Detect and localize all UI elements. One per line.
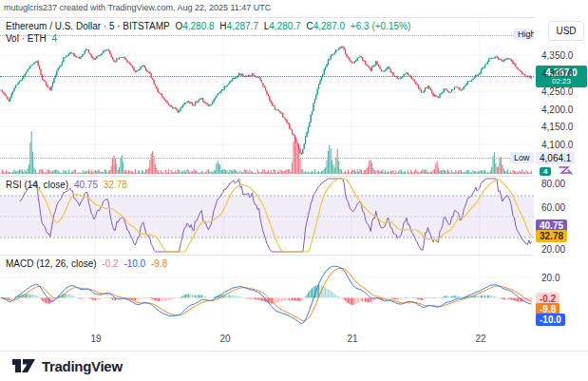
ohlc-close-value: 4,287.0 <box>313 21 345 31</box>
change-value: +6.3 (+0.15%) <box>351 21 410 31</box>
time-axis-label: 20 <box>219 333 230 344</box>
macd-signal-value: -9.8 <box>151 258 167 269</box>
volume-value: 4 <box>52 33 58 44</box>
tradingview-logo[interactable]: TradingView <box>11 355 123 376</box>
current-price-line <box>0 76 534 77</box>
scale-tick: 20.0 <box>541 273 560 283</box>
rsi-legend-row[interactable]: RSI (14, close) 40.75 32.78 <box>6 180 130 190</box>
scale-tick: 60.00 <box>541 202 565 213</box>
low-value-label: 4,064.1 <box>536 152 575 164</box>
scale-tick: 4,250.0 <box>541 86 573 97</box>
rsi-ma-scale-badge: 32.78 <box>536 230 567 242</box>
scale-tick: 20.00 <box>541 244 565 255</box>
high-price-line <box>0 35 514 36</box>
macd-line-scale-badge: -10.0 <box>536 314 565 326</box>
pane-separator-macd[interactable] <box>0 255 588 256</box>
pane-separator-rsi[interactable] <box>0 176 588 177</box>
ohlc-high-label: H <box>219 21 226 31</box>
time-axis-bottom-border <box>0 351 588 352</box>
currency-button[interactable]: USD <box>548 21 584 41</box>
macd-legend-title: MACD (12, 26, close) <box>6 258 97 269</box>
ohlc-open-value: 4,280.8 <box>182 21 214 31</box>
scale-tick: 4,150.0 <box>541 122 573 132</box>
time-axis-label: 21 <box>347 333 357 344</box>
macd-legend-row[interactable]: MACD (12, 26, close) -0.2 -10.0 -9.8 <box>6 258 170 269</box>
time-axis-label: 19 <box>90 333 101 344</box>
tradingview-logo-icon <box>11 358 36 373</box>
symbol-title: Ethereum / U.S. Dollar · 5 · BITSTAMP <box>6 21 170 31</box>
purple-scribble-icon <box>559 165 574 176</box>
rsi-ma-value: 32.78 <box>104 180 127 190</box>
scale-tick: 4,300.0 <box>541 68 573 79</box>
macd-hist-value: -0.2 <box>102 258 118 269</box>
scale-tick: 80.00 <box>541 179 565 189</box>
time-axis-label: 22 <box>475 333 485 344</box>
scale-tick: 4,350.0 <box>541 50 573 61</box>
low-label-badge: Low <box>510 152 534 163</box>
volume-legend-row[interactable]: Vol · ETH 4 <box>6 33 60 44</box>
rsi-legend-title: RSI (14, close) <box>6 180 68 190</box>
time-axis[interactable]: 19202122 <box>0 328 588 351</box>
tradingview-logo-text: TradingView <box>42 358 123 374</box>
attribution-text: mutuglcris237 created with TradingView.c… <box>4 3 271 12</box>
scale-tick: 4,100.0 <box>541 140 573 150</box>
scale-tick: 4,200.0 <box>541 105 573 115</box>
symbol-legend-row[interactable]: Ethereum / U.S. Dollar · 5 · BITSTAMP O4… <box>6 21 413 31</box>
low-price-line <box>0 158 510 159</box>
volume-label: Vol · ETH <box>6 33 47 44</box>
rsi-value: 40.75 <box>74 180 98 190</box>
ohlc-low-value: 4,280.7 <box>269 21 300 31</box>
volume-scale-badge: 4 <box>540 167 551 176</box>
macd-line-value: -10.0 <box>123 258 145 269</box>
price-pane-canvas[interactable] <box>0 17 534 176</box>
ohlc-high-value: 4,287.7 <box>227 21 258 31</box>
ohlc-close-label: C <box>306 21 313 31</box>
bar-countdown: 02:23 <box>539 78 584 86</box>
tradingview-chart-window: mutuglcris237 created with TradingView.c… <box>0 0 588 381</box>
